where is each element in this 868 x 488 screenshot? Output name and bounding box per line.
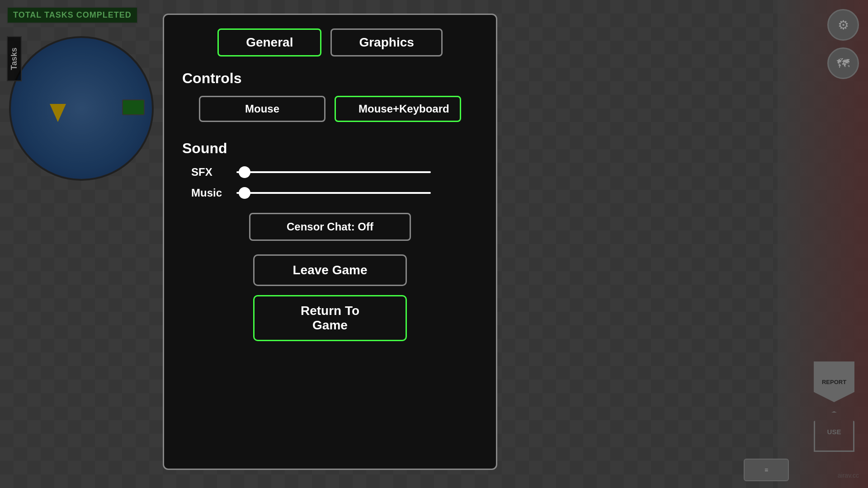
sound-header: Sound	[182, 140, 478, 157]
tab-general[interactable]: General	[217, 28, 321, 56]
return-to-game-button[interactable]: Return To Game	[253, 295, 407, 341]
music-thumb[interactable]	[239, 187, 250, 199]
controls-row: Mouse Mouse+Keyboard	[182, 96, 478, 122]
mouse-keyboard-button[interactable]: Mouse+Keyboard	[335, 96, 461, 122]
leave-game-button[interactable]: Leave Game	[253, 254, 407, 286]
music-track	[236, 192, 431, 194]
sfx-thumb[interactable]	[239, 166, 250, 178]
tab-graphics[interactable]: Graphics	[330, 28, 442, 56]
censor-chat-button[interactable]: Censor Chat: Off	[249, 213, 411, 241]
controls-header: Controls	[182, 70, 478, 87]
sfx-row: SFX	[182, 166, 478, 178]
music-row: Music	[182, 187, 478, 199]
tabs-row: General Graphics	[182, 28, 478, 56]
sfx-label: SFX	[191, 166, 227, 178]
mouse-button[interactable]: Mouse	[199, 96, 326, 122]
settings-modal: General Graphics Controls Mouse Mouse+Ke…	[163, 14, 497, 470]
sfx-track	[236, 171, 431, 173]
sound-section: Sound SFX Music	[182, 140, 478, 199]
music-label: Music	[191, 187, 227, 199]
